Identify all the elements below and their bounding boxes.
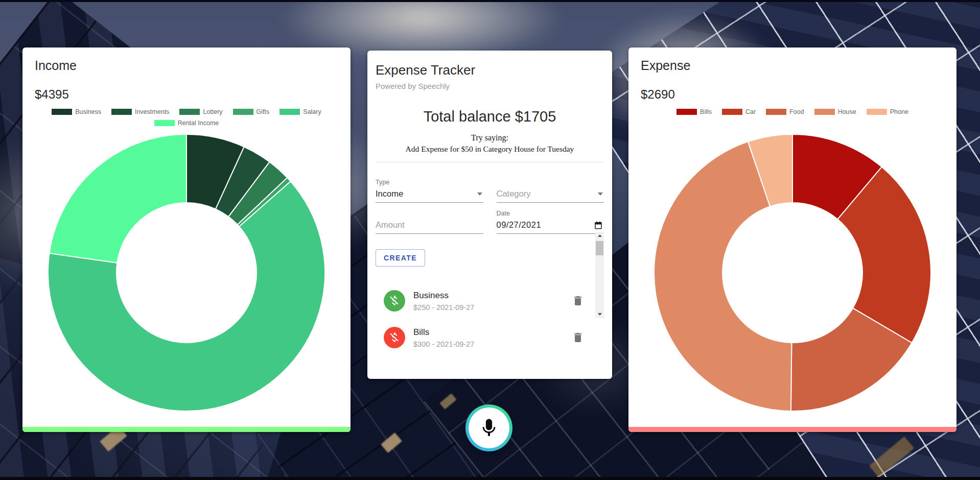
legend-label: Car bbox=[745, 108, 756, 115]
create-button[interactable]: CREATE bbox=[376, 249, 425, 267]
legend-item-rental-income[interactable]: Rental Income bbox=[154, 119, 219, 127]
app-subtitle: Powered by Speechly bbox=[376, 81, 604, 91]
microphone-icon bbox=[478, 417, 500, 439]
expense-card-title: Expense bbox=[641, 58, 944, 74]
trash-icon bbox=[572, 295, 584, 307]
voice-hint-heading: Try saying: bbox=[376, 132, 604, 143]
date-field-label: Date bbox=[497, 210, 604, 218]
legend-swatch bbox=[722, 109, 742, 115]
legend-swatch bbox=[867, 109, 887, 115]
scrollbar-down-arrow[interactable] bbox=[595, 310, 604, 318]
chart-segment-rental-income[interactable] bbox=[50, 134, 186, 263]
legend-swatch bbox=[676, 109, 697, 115]
background-top-strip bbox=[0, 0, 980, 2]
expense-accent-bar bbox=[628, 427, 956, 432]
legend-item-car[interactable]: Car bbox=[722, 108, 756, 115]
legend-item-business[interactable]: Business bbox=[52, 108, 101, 115]
delete-transaction-button[interactable] bbox=[568, 327, 588, 348]
type-field-label: Type bbox=[376, 179, 483, 187]
category-field: Category bbox=[497, 179, 604, 203]
legend-label: House bbox=[838, 108, 856, 115]
income-card-title: Income bbox=[35, 58, 338, 74]
delete-transaction-button[interactable] bbox=[568, 291, 588, 311]
transaction-details: $250 - 2021-09-27 bbox=[413, 303, 474, 312]
calendar-icon[interactable] bbox=[594, 221, 603, 230]
expense-doughnut-chart[interactable] bbox=[652, 133, 932, 413]
transaction-name: Business bbox=[413, 290, 474, 301]
transaction-avatar bbox=[384, 327, 405, 348]
scrollbar-up-arrow[interactable] bbox=[595, 232, 604, 239]
type-select-value: Income bbox=[376, 189, 403, 199]
date-field: Date 09/27/2021 bbox=[497, 210, 604, 234]
date-input[interactable]: 09/27/2021 bbox=[497, 218, 604, 234]
transactions-list: Business$250 - 2021-09-27Bills$300 - 202… bbox=[376, 278, 590, 353]
transaction-texts: Business$250 - 2021-09-27 bbox=[413, 290, 474, 312]
income-total-amount: $4395 bbox=[35, 87, 338, 102]
transaction-texts: Bills$300 - 2021-09-27 bbox=[413, 327, 474, 349]
legend-item-investments[interactable]: Investments bbox=[111, 108, 169, 115]
legend-swatch bbox=[111, 109, 132, 115]
voice-hint-example: Add Expense for $50 in Category House fo… bbox=[376, 143, 604, 155]
expense-total-amount: $2690 bbox=[641, 87, 944, 102]
category-field-label bbox=[497, 179, 604, 187]
legend-item-lottery[interactable]: Lottery bbox=[179, 108, 222, 115]
expense-card: Expense $2690 BillsCarFoodHousePhone bbox=[628, 47, 956, 432]
legend-label: Business bbox=[75, 108, 101, 115]
legend-item-house[interactable]: House bbox=[814, 108, 856, 115]
scrollbar-thumb[interactable] bbox=[596, 241, 603, 255]
expense-tracker-card: Expense Tracker Powered by Speechly Tota… bbox=[367, 51, 612, 379]
legend-swatch bbox=[279, 109, 300, 115]
legend-label: Salary bbox=[303, 108, 321, 115]
divider bbox=[376, 162, 604, 162]
legend-label: Food bbox=[789, 108, 804, 115]
money-off-icon bbox=[388, 331, 401, 344]
transaction-row: Bills$300 - 2021-09-27 bbox=[376, 322, 590, 353]
type-select[interactable]: Income bbox=[376, 187, 483, 203]
chevron-down-icon bbox=[477, 193, 482, 196]
mic-button-inner bbox=[469, 407, 509, 448]
legend-label: Gifts bbox=[256, 108, 270, 115]
amount-input-placeholder: Amount bbox=[376, 220, 405, 230]
legend-item-bills[interactable]: Bills bbox=[676, 108, 712, 115]
expense-chart-legend: BillsCarFoodHousePhone bbox=[644, 108, 941, 132]
transaction-avatar bbox=[384, 290, 405, 311]
transaction-details: $300 - 2021-09-27 bbox=[413, 340, 474, 349]
category-select-placeholder: Category bbox=[497, 189, 531, 199]
transaction-row: Business$250 - 2021-09-27 bbox=[376, 285, 590, 317]
legend-swatch bbox=[154, 120, 175, 126]
legend-swatch bbox=[233, 109, 253, 115]
amount-input[interactable]: Amount bbox=[376, 218, 483, 234]
category-select[interactable]: Category bbox=[497, 187, 604, 203]
app-root: Income $4395 BusinessInvestmentsLotteryG… bbox=[0, 0, 980, 480]
transaction-name: Bills bbox=[413, 327, 474, 338]
legend-item-food[interactable]: Food bbox=[766, 108, 804, 115]
legend-label: Bills bbox=[700, 108, 712, 115]
transactions-scrollbar[interactable] bbox=[595, 232, 604, 318]
money-off-icon bbox=[388, 294, 401, 307]
date-input-value: 09/27/2021 bbox=[497, 220, 542, 230]
legend-item-salary[interactable]: Salary bbox=[279, 108, 321, 115]
income-accent-bar bbox=[22, 427, 351, 432]
amount-field: Amount bbox=[376, 210, 483, 234]
type-field: Type Income bbox=[376, 179, 483, 203]
legend-swatch bbox=[766, 109, 786, 115]
legend-label: Investments bbox=[135, 108, 169, 115]
mic-button[interactable] bbox=[465, 404, 512, 451]
income-card: Income $4395 BusinessInvestmentsLotteryG… bbox=[22, 47, 351, 432]
legend-item-phone[interactable]: Phone bbox=[867, 108, 908, 115]
legend-label: Rental Income bbox=[178, 119, 219, 127]
total-balance: Total balance $1705 bbox=[376, 107, 604, 126]
amount-field-label bbox=[376, 210, 483, 218]
income-doughnut-chart[interactable] bbox=[46, 133, 326, 413]
background-bottom-strip bbox=[0, 477, 980, 480]
voice-hint: Try saying: Add Expense for $50 in Categ… bbox=[376, 132, 604, 155]
chevron-down-icon bbox=[598, 193, 603, 196]
legend-swatch bbox=[814, 109, 835, 115]
legend-swatch bbox=[52, 109, 72, 115]
legend-label: Phone bbox=[890, 108, 908, 115]
transaction-form: Type Income Category Amount bbox=[376, 179, 604, 234]
trash-icon bbox=[572, 331, 584, 344]
app-title: Expense Tracker bbox=[376, 62, 604, 78]
legend-item-gifts[interactable]: Gifts bbox=[233, 108, 270, 115]
income-chart-legend: BusinessInvestmentsLotteryGiftsSalaryRen… bbox=[38, 108, 335, 132]
